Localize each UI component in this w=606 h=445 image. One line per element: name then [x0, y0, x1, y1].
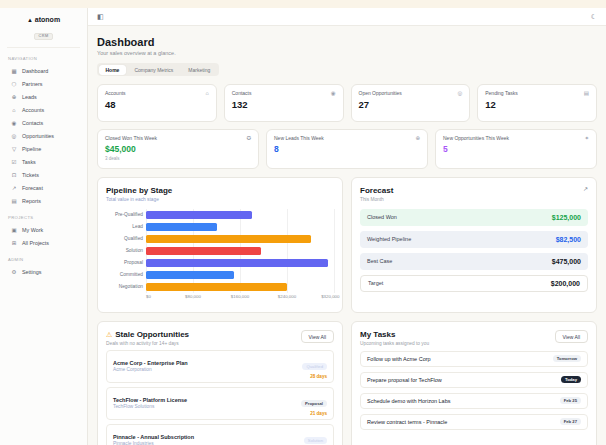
chart-x-tick: $240,000 [278, 294, 296, 299]
task-title: Schedule demo with Horizon Labs [367, 398, 450, 404]
forecast-row-value: $125,000 [552, 214, 581, 221]
task-due-badge: Tomorrow [553, 355, 581, 362]
sidebar-item-pipeline[interactable]: ▽Pipeline [7, 142, 80, 155]
task-item[interactable]: Schedule demo with Horizon LabsFeb 25 [360, 393, 588, 409]
sidebar-item-reports[interactable]: ▤Reports [7, 194, 80, 207]
chart-x-tick: $160,000 [231, 294, 249, 299]
stat-card-pending-tasks: Pending Tasks▤12 [477, 84, 597, 122]
task-due-badge: Feb 25 [560, 397, 581, 404]
task-item[interactable]: Prepare proposal for TechFlowToday [360, 372, 588, 388]
stat-label: Open Opportunities [359, 90, 402, 96]
tasks-icon: ☑ [10, 159, 18, 165]
stat-value: 5 [443, 144, 589, 154]
sidebar-item-opportunities[interactable]: ◎Opportunities [7, 129, 80, 142]
sidebar-item-label: Settings [22, 269, 41, 275]
sidebar-item-label: Dashboard [22, 68, 48, 74]
folder-icon: ⊞ [10, 240, 18, 246]
chart-category-label: Committed [106, 269, 146, 281]
forecast-row-best-case: Best Case$475,000 [360, 253, 588, 270]
user-plus-icon: ⊕ [415, 135, 420, 141]
stat-card-open-opportunities: Open Opportunities◎27 [351, 84, 471, 122]
sidebar-item-label: Tickets [22, 172, 39, 178]
chart-bar-solution [146, 247, 261, 255]
app-window: ▲ atonom CRM Navigation▦Dashboard⬡Partne… [0, 8, 606, 445]
sidebar-item-accounts[interactable]: ⌂Accounts [7, 103, 80, 116]
forecast-row-value: $475,000 [552, 258, 581, 265]
task-due-badge: Feb 27 [560, 418, 581, 425]
tasks-title: My Tasks [360, 330, 429, 339]
task-title: Follow up with Acme Corp [367, 356, 431, 362]
stale-opportunity-item[interactable]: Acme Corp - Enterprise PlanAcme Corporat… [106, 350, 334, 383]
sidebar-item-label: All Projects [22, 240, 49, 246]
target-icon: ◎ [457, 90, 462, 96]
sidebar-item-label: Contacts [22, 120, 43, 126]
sidebar-item-contacts[interactable]: ◉Contacts [7, 116, 80, 129]
tab-home[interactable]: Home [99, 65, 127, 75]
leads-icon: ⊕ [10, 94, 18, 100]
partners-icon: ⬡ [10, 81, 18, 87]
forecast-row-closed-won: Closed Won$125,000 [360, 209, 588, 226]
chart-bar-negotiation [146, 283, 287, 291]
stat-card-closed-won-this-week: Closed Won This Week✪$45,0003 deals [97, 129, 259, 169]
forecast-icon: ↗ [10, 185, 18, 191]
chart-bar-pre-qualified [146, 211, 252, 219]
sidebar-item-label: Leads [22, 94, 37, 100]
stale-subtitle: Deals with no activity for 14+ days [106, 341, 189, 346]
task-item[interactable]: Review contract terms - PinnacleFeb 27 [360, 414, 588, 430]
moon-icon[interactable]: ☾ [591, 13, 597, 20]
tasks-view-all-button[interactable]: View All [555, 330, 588, 343]
chart-bar-row [146, 269, 334, 281]
forecast-card: Forecast This Month ↗ Closed Won$125,000… [351, 177, 597, 313]
tab-bar: HomeCompany MetricsMarketing [97, 63, 219, 76]
brand: ▲ atonom CRM [7, 12, 80, 48]
sidebar-item-my-work[interactable]: ▣My Work [7, 223, 80, 236]
chart-x-tick: $80,000 [185, 294, 201, 299]
page-subtitle: Your sales overview at a glance. [97, 50, 597, 56]
sidebar-item-partners[interactable]: ⬡Partners [7, 77, 80, 90]
sidebar-item-leads[interactable]: ⊕Leads [7, 90, 80, 103]
sparkles-icon: ✦ [584, 135, 589, 141]
forecast-row-target: Target$200,000 [360, 275, 588, 292]
chart-bar-lead [146, 223, 217, 231]
stat-value: 27 [359, 99, 463, 110]
my-tasks-card: My Tasks Upcoming tasks assigned to you … [351, 321, 597, 445]
sidebar-item-label: Partners [22, 81, 42, 87]
opportunity-title: Acme Corp - Enterprise Plan [113, 360, 188, 366]
stat-sub: 3 deals [105, 156, 251, 161]
sidebar-item-settings[interactable]: ⚙Settings [7, 265, 80, 278]
stale-opportunity-item[interactable]: Pinnacle - Annual SubscriptionPinnacle I… [106, 424, 334, 445]
sidebar-item-label: Pipeline [22, 146, 41, 152]
stale-opportunity-item[interactable]: TechFlow - Platform LicenseTechFlow Solu… [106, 387, 334, 420]
stat-value: $45,000 [105, 144, 251, 154]
sidebar-item-label: Reports [22, 198, 41, 204]
sidebar-item-tickets[interactable]: ⊡Tickets [7, 168, 80, 181]
panel-toggle-icon[interactable]: ◧ [97, 13, 104, 20]
chart-category-label: Solution [106, 245, 146, 257]
stat-card-new-opportunities-this-week: New Opportunities This Week✦5 [435, 129, 597, 169]
opportunity-title: TechFlow - Platform License [113, 397, 187, 403]
stage-badge: Qualified [302, 363, 327, 370]
task-item[interactable]: Follow up with Acme CorpTomorrow [360, 351, 588, 367]
chart-category-label: Qualified [106, 233, 146, 245]
sidebar-item-forecast[interactable]: ↗Forecast [7, 181, 80, 194]
sidebar-section-label: Navigation [8, 56, 79, 61]
stat-label: Contacts [232, 90, 252, 96]
tab-company-metrics[interactable]: Company Metrics [127, 65, 180, 75]
sidebar-item-all-projects[interactable]: ⊞All Projects [7, 236, 80, 249]
stat-label: Pending Tasks [485, 90, 517, 96]
chart-x-tick: $0 [146, 294, 151, 299]
opportunity-company: Acme Corporation [113, 367, 188, 372]
stat-value: 132 [232, 99, 336, 110]
stale-view-all-button[interactable]: View All [301, 330, 334, 343]
tickets-icon: ⊡ [10, 172, 18, 178]
sidebar-item-dashboard[interactable]: ▦Dashboard [7, 64, 80, 77]
chart-bar-committed [146, 271, 234, 279]
tab-marketing[interactable]: Marketing [181, 65, 217, 75]
opportunities-icon: ◎ [10, 133, 18, 139]
sidebar-item-tasks[interactable]: ☑Tasks [7, 155, 80, 168]
forecast-row-label: Best Case [367, 258, 392, 264]
bar-chart: Pre-QualifiedLeadQualifiedSolutionPropos… [106, 209, 334, 293]
accounts-icon: ⌂ [10, 107, 18, 113]
chart-x-tick: $320,000 [321, 294, 339, 299]
chart-bar-row [146, 245, 334, 257]
